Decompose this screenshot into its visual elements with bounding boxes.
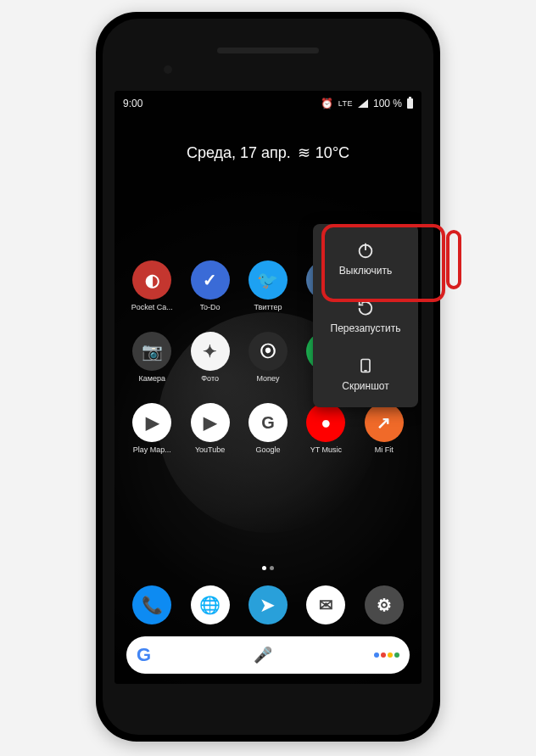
page-indicators: [262, 566, 274, 570]
restart-label: Перезапустить: [331, 322, 401, 334]
app-icon: ↗: [365, 403, 404, 442]
app-icon: 🐦: [248, 260, 288, 300]
app-label: Play Мар...: [133, 445, 171, 454]
power-menu: Выключить Перезапустить: [313, 224, 418, 407]
app-label: YouTube: [195, 445, 225, 454]
mic-icon[interactable]: 🎤: [254, 646, 272, 664]
dock-app-icon: 📞: [132, 585, 171, 624]
annotation-highlight-powerbutton: [446, 230, 461, 289]
power-off-label: Выключить: [339, 265, 392, 277]
app-13[interactable]: ●YT Music: [297, 403, 355, 454]
app-icon: ✓: [191, 260, 230, 300]
app-label: Камера: [138, 374, 165, 383]
dock-app-icon: 🌐: [191, 585, 230, 624]
dock-app-icon: ⚙: [365, 585, 404, 624]
dock-app-3[interactable]: ✉: [297, 585, 355, 624]
front-camera: [164, 65, 172, 74]
alarm-icon: ⏰: [321, 98, 333, 109]
date-text: Среда, 17 апр.: [187, 144, 291, 162]
dock-app-icon: ➤: [248, 585, 288, 624]
screenshot-label: Скриншот: [342, 380, 388, 392]
google-search-bar[interactable]: G 🎤: [126, 636, 410, 674]
screen: 9:00 ⏰ LTE 100 % Среда, 17 апр. ≋ 10°C ◐…: [114, 91, 422, 684]
app-6[interactable]: ✦Фото: [181, 332, 238, 383]
dock-app-4[interactable]: ⚙: [355, 585, 413, 624]
battery-pct: 100 %: [373, 98, 402, 109]
dock-app-2[interactable]: ➤: [239, 585, 297, 624]
earpiece: [217, 48, 319, 53]
app-icon: 📷: [132, 332, 171, 371]
app-label: Mi Fit: [375, 445, 394, 454]
power-off-button[interactable]: Выключить: [313, 229, 418, 287]
app-0[interactable]: ◐Pocket Ca...: [123, 260, 181, 311]
app-label: Money: [256, 374, 279, 383]
power-icon: [356, 241, 375, 260]
app-label: Твиттер: [254, 303, 282, 311]
app-icon: ◐: [132, 260, 171, 300]
app-label: YT Music: [310, 445, 342, 454]
google-logo: G: [137, 644, 151, 666]
app-1[interactable]: ✓To-Do: [181, 260, 238, 311]
app-5[interactable]: 📷Камера: [123, 332, 181, 383]
dock-app-1[interactable]: 🌐: [181, 585, 238, 624]
signal-icon: [358, 99, 368, 108]
screenshot-icon: [356, 356, 375, 375]
weather-icon: ≋: [298, 143, 309, 162]
app-icon: ●: [306, 403, 345, 442]
restart-button[interactable]: Перезапустить: [313, 287, 418, 344]
app-icon: G: [248, 403, 288, 442]
network-label: LTE: [338, 99, 353, 108]
app-label: Фото: [201, 374, 219, 383]
phone-inner: 9:00 ⏰ LTE 100 % Среда, 17 апр. ≋ 10°C ◐…: [103, 19, 433, 735]
app-14[interactable]: ↗Mi Fit: [355, 403, 413, 454]
assistant-icon[interactable]: [374, 652, 399, 658]
app-label: Pocket Ca...: [131, 303, 173, 311]
app-label: To-Do: [200, 303, 221, 311]
app-11[interactable]: ▶YouTube: [181, 403, 238, 454]
battery-icon: [407, 98, 413, 109]
app-7[interactable]: ⦿Money: [239, 332, 297, 383]
screenshot-button[interactable]: Скриншот: [313, 344, 418, 402]
status-time: 9:00: [123, 98, 142, 109]
status-right: ⏰ LTE 100 %: [321, 98, 413, 109]
app-icon: ▶: [132, 403, 171, 442]
status-bar: 9:00 ⏰ LTE 100 %: [114, 91, 422, 116]
app-icon: ▶: [191, 403, 230, 442]
app-10[interactable]: ▶Play Мар...: [123, 403, 181, 454]
app-label: Google: [255, 445, 280, 454]
dock-app-icon: ✉: [306, 585, 345, 624]
phone-frame: 9:00 ⏰ LTE 100 % Среда, 17 апр. ≋ 10°C ◐…: [96, 12, 440, 742]
app-2[interactable]: 🐦Твиттер: [239, 260, 297, 311]
app-12[interactable]: GGoogle: [239, 403, 297, 454]
dock: 📞🌐➤✉⚙: [123, 585, 413, 624]
app-icon: ⦿: [248, 332, 288, 371]
restart-icon: [356, 299, 375, 317]
temperature-text: 10°C: [315, 144, 349, 162]
date-weather-widget[interactable]: Среда, 17 апр. ≋ 10°C: [114, 143, 422, 162]
app-icon: ✦: [191, 332, 230, 371]
dock-app-0[interactable]: 📞: [123, 585, 181, 624]
